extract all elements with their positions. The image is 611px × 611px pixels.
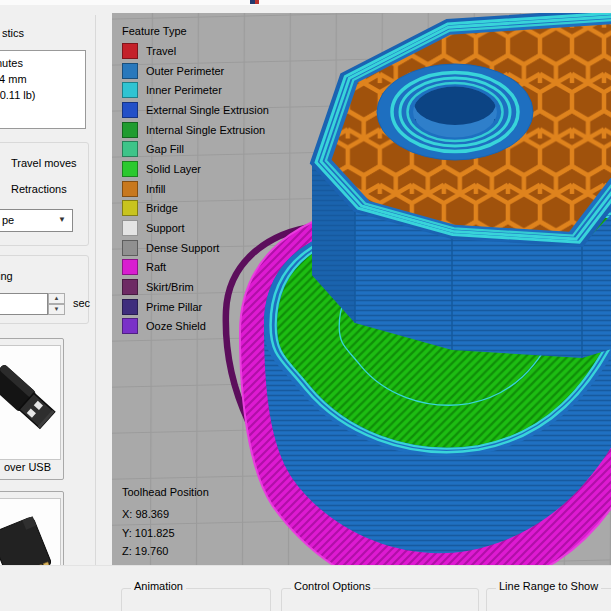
spinner-up-button[interactable]: ▲ [48, 293, 65, 304]
legend-item: Internal Single Extrusion [122, 120, 269, 140]
legend-item-label: Outer Perimeter [146, 65, 224, 77]
sidebar-edge-divider [95, 15, 96, 611]
legend-swatch [122, 220, 138, 236]
app-window: stics nutes .4 mm (0.11 lb) Travel moves… [0, 0, 611, 611]
legend-item-label: Ooze Shield [146, 320, 206, 332]
legend-item: Ooze Shield [122, 317, 269, 337]
legend-item-label: Inner Perimeter [146, 84, 222, 96]
legend-item: Dense Support [122, 238, 269, 258]
legend-item: External Single Extrusion [122, 100, 269, 120]
coloring-dropdown[interactable]: pe ▼ [0, 209, 73, 232]
control-options-group-label: Control Options [291, 580, 373, 592]
animation-group: Animation [121, 588, 271, 611]
feature-type-legend: Feature Type Travel Outer Perimeter Inne… [122, 25, 269, 336]
legend-item-label: Solid Layer [146, 163, 201, 175]
chevron-down-icon: ▼ [58, 215, 66, 224]
spinner-down-button[interactable]: ▼ [48, 304, 65, 315]
preview-3d-viewport[interactable]: Feature Type Travel Outer Perimeter Inne… [112, 13, 611, 565]
legend-item: Prime Pillar [122, 297, 269, 317]
legend-item-label: External Single Extrusion [146, 104, 269, 116]
legend-item-label: Infill [146, 183, 166, 195]
toolhead-x-value: X: 98.369 [122, 505, 209, 524]
checkbox-label-retractions[interactable]: Retractions [11, 183, 67, 195]
legend-item-label: Dense Support [146, 242, 219, 254]
control-options-group: Control Options [281, 588, 479, 611]
legend-swatch [122, 43, 138, 59]
legend-item-label: Travel [146, 45, 176, 57]
dropdown-value: pe [2, 214, 14, 226]
legend-item: Skirt/Brim [122, 277, 269, 297]
line-range-group: Line Range to Show [486, 588, 611, 611]
legend-item: Raft [122, 258, 269, 278]
spinner-buttons: ▲ ▼ [48, 293, 65, 315]
legend-item: Inner Perimeter [122, 80, 269, 100]
legend-item-label: Gap Fill [146, 143, 184, 155]
legend-item-label: Skirt/Brim [146, 281, 194, 293]
timing-label: ting [0, 270, 13, 282]
legend-swatch [122, 102, 138, 118]
legend-title: Feature Type [122, 25, 269, 37]
print-over-usb-button[interactable]: over USB [0, 338, 64, 480]
legend-item: Outer Perimeter [122, 61, 269, 81]
legend-swatch [122, 141, 138, 157]
usb-plug-image [0, 345, 61, 460]
display-options-group: Travel moves Retractions pe ▼ [0, 142, 89, 246]
usb-button-caption: over USB [0, 461, 63, 473]
legend-swatch [122, 299, 138, 315]
legend-swatch [122, 259, 138, 275]
bottom-controls: Animation Control Options Line Range to … [0, 565, 611, 611]
statistics-title: stics [2, 27, 24, 39]
statistics-line: nutes [0, 55, 85, 71]
toolhead-y-value: Y: 101.825 [122, 524, 209, 543]
toolhead-z-value: Z: 19.760 [122, 542, 209, 561]
icon-fragment [255, 0, 260, 4]
legend-swatch [122, 63, 138, 79]
legend-item: Travel [122, 41, 269, 61]
legend-swatch [122, 122, 138, 138]
animation-group-label: Animation [131, 580, 186, 592]
timing-group: ting ▲ ▼ sec [0, 255, 89, 324]
legend-swatch [122, 82, 138, 98]
legend-swatch [122, 318, 138, 334]
statistics-line: .4 mm [0, 71, 85, 87]
bore-hole [377, 64, 533, 160]
legend-item: Solid Layer [122, 159, 269, 179]
legend-item-label: Support [146, 222, 185, 234]
legend-swatch [122, 181, 138, 197]
legend-item-label: Internal Single Extrusion [146, 124, 265, 136]
duration-spinbox[interactable] [0, 293, 48, 315]
legend-item-label: Prime Pillar [146, 301, 202, 313]
statistics-line: (0.11 lb) [0, 87, 85, 103]
legend-item: Bridge [122, 199, 269, 219]
line-range-group-label: Line Range to Show [496, 580, 601, 592]
legend-swatch [122, 279, 138, 295]
legend-item: Support [122, 218, 269, 238]
spin-unit-label: sec [73, 297, 90, 309]
usb-plug-icon [0, 346, 60, 459]
window-icon-sliver [250, 0, 259, 4]
legend-swatch [122, 240, 138, 256]
legend-item-label: Bridge [146, 202, 178, 214]
legend-item: Infill [122, 179, 269, 199]
statistics-summary-box: nutes .4 mm (0.11 lb) [0, 50, 86, 129]
checkbox-label-travel-moves[interactable]: Travel moves [11, 157, 77, 169]
toolhead-position-panel: Toolhead Position X: 98.369 Y: 101.825 Z… [122, 486, 209, 561]
legend-swatch [122, 200, 138, 216]
left-sidebar: stics nutes .4 mm (0.11 lb) Travel moves… [0, 5, 112, 611]
toolhead-position-title: Toolhead Position [122, 486, 209, 498]
legend-swatch [122, 161, 138, 177]
legend-item-label: Raft [146, 261, 166, 273]
legend-item: Gap Fill [122, 139, 269, 159]
